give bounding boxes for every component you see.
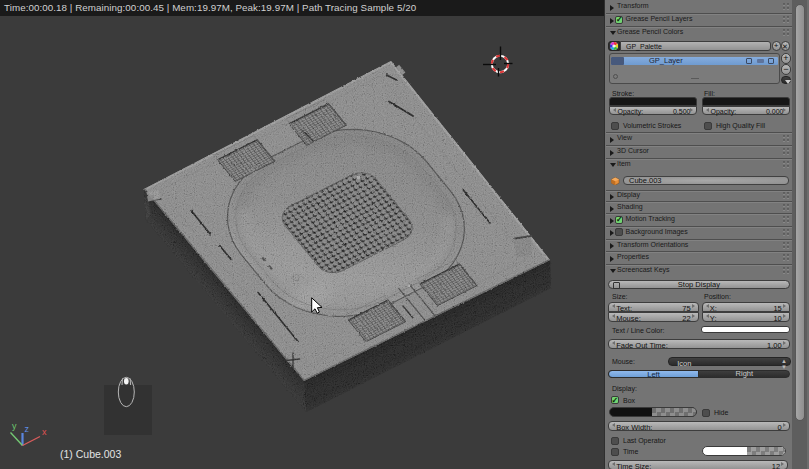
svg-text:x: x <box>42 427 47 437</box>
svg-text:z: z <box>25 424 30 434</box>
svg-text:y: y <box>12 421 17 431</box>
